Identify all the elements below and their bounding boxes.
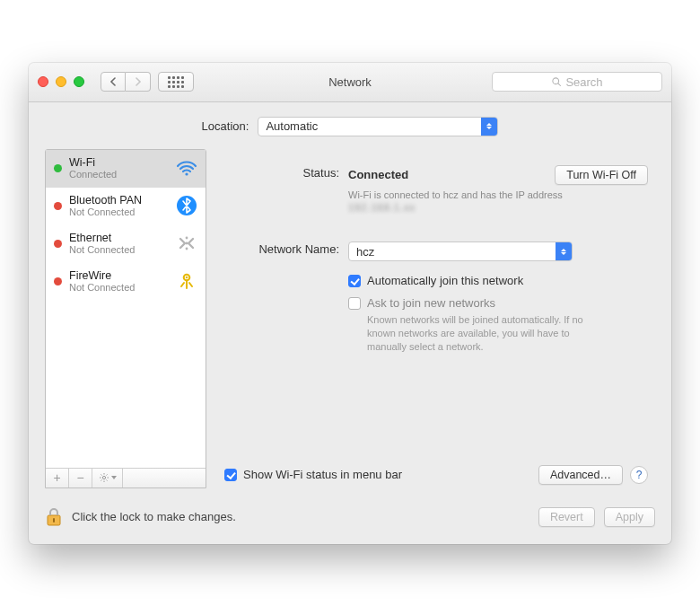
grid-icon <box>168 76 184 88</box>
ethernet-icon <box>175 232 198 255</box>
show-all-button[interactable] <box>158 72 194 92</box>
location-label: Location: <box>202 119 249 133</box>
footer: Click the lock to make changes. Revert A… <box>29 501 671 544</box>
add-service-button[interactable]: + <box>46 469 69 487</box>
svg-line-16 <box>101 480 101 481</box>
service-list-footer: + − <box>46 468 206 487</box>
window-controls <box>38 76 84 87</box>
status-dot-icon <box>54 277 62 285</box>
service-item-bluetooth[interactable]: Bluetooth PAN Not Connected <box>46 188 206 225</box>
service-actions-menu[interactable] <box>92 469 123 487</box>
svg-point-4 <box>186 237 188 240</box>
service-list-items: Wi-Fi Connected Bluetooth PAN Not Connec… <box>46 150 206 468</box>
status-label: Status: <box>224 165 339 215</box>
search-field[interactable]: Search <box>492 72 662 92</box>
svg-point-5 <box>186 242 188 245</box>
select-arrows-icon <box>481 118 497 136</box>
search-placeholder: Search <box>565 75 602 89</box>
wifi-toggle-button[interactable]: Turn Wi-Fi Off <box>555 165 648 185</box>
advanced-button[interactable]: Advanced… <box>538 465 623 485</box>
svg-rect-19 <box>53 518 55 523</box>
svg-line-17 <box>106 474 107 475</box>
service-item-ethernet[interactable]: Ethernet Not Connected <box>46 225 206 263</box>
service-name: Bluetooth PAN <box>69 194 168 206</box>
service-name: FireWire <box>69 269 168 282</box>
show-status-label: Show Wi-Fi status in menu bar <box>243 468 402 481</box>
svg-line-14 <box>101 474 101 475</box>
network-name-select[interactable]: hcz <box>348 242 573 261</box>
detail-panel: Status: Connected Turn Wi-Fi Off Wi-Fi i… <box>219 149 655 488</box>
service-name: Ethernet <box>69 232 168 244</box>
network-prefs-window: Network Search Location: Automatic Wi-Fi <box>29 63 671 544</box>
apply-button[interactable]: Apply <box>604 507 655 527</box>
zoom-button[interactable] <box>74 76 84 87</box>
back-button[interactable] <box>101 72 126 92</box>
auto-join-label: Automatically join this network <box>367 274 523 287</box>
svg-point-9 <box>102 476 105 479</box>
search-icon <box>551 76 562 87</box>
lock-button[interactable] <box>45 506 63 528</box>
body: Wi-Fi Connected Bluetooth PAN Not Connec… <box>29 149 671 501</box>
service-list: Wi-Fi Connected Bluetooth PAN Not Connec… <box>45 149 206 488</box>
gear-icon <box>99 472 109 483</box>
ask-join-checkbox[interactable] <box>348 297 361 310</box>
minimize-button[interactable] <box>56 76 66 87</box>
location-select[interactable]: Automatic <box>258 117 498 136</box>
chevron-left-icon <box>109 77 117 86</box>
network-name-label: Network Name: <box>224 242 339 354</box>
service-item-wifi[interactable]: Wi-Fi Connected <box>46 150 206 188</box>
status-description: Wi-Fi is connected to hcz and has the IP… <box>348 189 617 215</box>
ask-join-label: Ask to join new networks <box>367 296 495 310</box>
svg-line-15 <box>106 480 107 481</box>
location-value: Automatic <box>266 119 318 133</box>
status-dot-icon <box>54 202 62 210</box>
service-status: Connected <box>69 169 168 180</box>
service-status: Not Connected <box>69 206 168 218</box>
service-item-firewire[interactable]: FireWire Not Connected <box>46 263 206 301</box>
service-name: Wi-Fi <box>69 156 168 169</box>
help-button[interactable]: ? <box>630 466 648 484</box>
lock-text: Click the lock to make changes. <box>72 510 236 523</box>
status-value: Connected <box>348 168 408 181</box>
auto-join-checkbox[interactable] <box>348 275 361 287</box>
location-row: Location: Automatic <box>29 102 671 149</box>
forward-button[interactable] <box>126 72 151 92</box>
remove-service-button[interactable]: − <box>69 469 92 487</box>
service-status: Not Connected <box>69 244 168 256</box>
svg-line-1 <box>558 83 561 86</box>
ip-address-redacted: 192.168.1.xx <box>348 202 416 213</box>
svg-point-2 <box>185 172 188 175</box>
network-name-value: hcz <box>356 245 374 259</box>
revert-button[interactable]: Revert <box>538 507 595 527</box>
bluetooth-icon <box>175 194 198 217</box>
firewire-icon <box>175 269 198 293</box>
lock-icon <box>45 506 63 528</box>
svg-point-6 <box>186 248 188 250</box>
select-arrows-icon <box>556 242 572 260</box>
service-status: Not Connected <box>69 282 168 294</box>
nav-back-forward <box>101 72 151 92</box>
show-status-checkbox[interactable] <box>224 469 237 481</box>
svg-point-8 <box>186 277 188 279</box>
ask-join-hint: Known networks will be joined automatica… <box>367 313 600 354</box>
close-button[interactable] <box>38 76 48 87</box>
titlebar: Network Search <box>29 63 671 102</box>
chevron-right-icon <box>135 77 142 86</box>
status-dot-icon <box>54 164 62 172</box>
status-dot-icon <box>54 240 62 248</box>
wifi-icon <box>175 156 198 180</box>
